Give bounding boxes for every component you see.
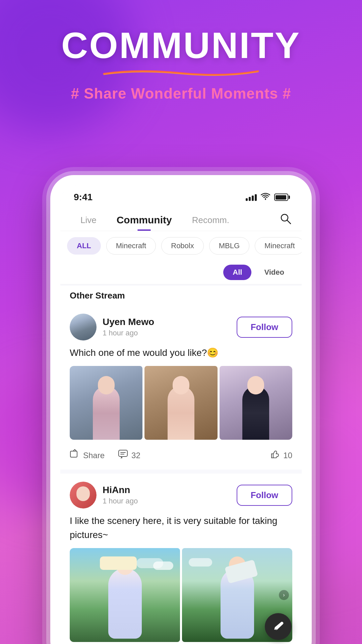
filter-bar: All Video [60, 261, 302, 284]
post-card-1: Uyen Mewo 1 hour ago Follow Which one of… [60, 306, 302, 470]
status-bar: 9:41 [60, 185, 302, 206]
post-2-image-grid: › [70, 548, 292, 642]
post-2-username: HiAnn [103, 485, 237, 495]
share-label: Share [83, 451, 105, 460]
battery-icon [274, 194, 288, 201]
post-1-footer: Share 32 [70, 446, 292, 462]
post-2-header: HiAnn 1 hour ago Follow [70, 482, 292, 508]
section-other-stream: Other Stream [60, 286, 302, 306]
like-count: 10 [283, 451, 292, 460]
svg-rect-3 [119, 450, 127, 457]
post-1-image-2 [144, 366, 217, 440]
post-1-image-3 [220, 366, 292, 440]
post-1-image-1 [70, 366, 142, 440]
chip-minecraft-1[interactable]: Minecraft [106, 237, 156, 255]
status-icons [246, 193, 288, 202]
fab-button[interactable] [265, 613, 292, 640]
filter-all[interactable]: All [223, 265, 251, 280]
wifi-icon [261, 193, 270, 202]
chip-minecraft-2[interactable]: Minecraft [255, 237, 302, 255]
post-1-text: Which one of me would you like?😊 [70, 346, 292, 360]
tab-community[interactable]: Community [107, 209, 182, 231]
category-chips: ALL Minecraft Robolx MBLG Minecraft [60, 231, 302, 261]
subtitle-text: Share Wonderful Moments [84, 85, 278, 102]
title-underline [97, 67, 265, 77]
phone-mockup: 9:41 [50, 175, 312, 644]
post-1-username: Uyen Mewo [103, 317, 237, 327]
post-2-image-1 [70, 548, 180, 642]
post-1-avatar [70, 314, 97, 340]
post-2-avatar [70, 482, 97, 508]
chip-mblg[interactable]: MBLG [209, 237, 249, 255]
post-card-2: HiAnn 1 hour ago Follow I like the scene… [60, 474, 302, 644]
phone-screen: 9:41 [60, 185, 302, 644]
chip-roblox[interactable]: Robolx [161, 237, 203, 255]
nav-tabs: Live Community Recomm... [60, 206, 302, 231]
tab-live[interactable]: Live [70, 210, 107, 230]
comment-count: 32 [131, 451, 140, 460]
like-icon [270, 449, 280, 462]
share-icon [70, 449, 80, 462]
comment-action[interactable]: 32 [118, 449, 140, 462]
header-section: COMMUNITY # Share Wonderful Moments # [0, 0, 362, 115]
svg-rect-2 [70, 451, 77, 457]
phone-container: 9:41 [50, 175, 312, 644]
post-2-text: I like the scenery here, it is very suit… [70, 514, 292, 542]
share-action[interactable]: Share [70, 449, 105, 462]
subtitle: # Share Wonderful Moments # [0, 85, 362, 102]
post-2-follow-button[interactable]: Follow [237, 485, 292, 506]
subtitle-hash-right: # [283, 85, 291, 102]
svg-line-1 [287, 220, 291, 224]
app-title: COMMUNITY [0, 27, 362, 64]
subtitle-hash-left: # [71, 85, 79, 102]
tab-recommend[interactable]: Recomm... [182, 210, 229, 230]
status-time: 9:41 [74, 192, 93, 203]
signal-icon [246, 194, 257, 201]
post-1-image-grid [70, 366, 292, 440]
post-1-time: 1 hour ago [103, 329, 237, 337]
post-2-time: 1 hour ago [103, 497, 237, 505]
like-action[interactable]: 10 [270, 449, 292, 462]
post-1-header: Uyen Mewo 1 hour ago Follow [70, 314, 292, 340]
comment-icon [118, 449, 128, 462]
post-1-follow-button[interactable]: Follow [237, 317, 292, 338]
post-1-user-info: Uyen Mewo 1 hour ago [103, 317, 237, 337]
post-2-user-info: HiAnn 1 hour ago [103, 485, 237, 505]
filter-video[interactable]: Video [255, 265, 294, 280]
search-icon[interactable] [280, 213, 292, 227]
chip-all[interactable]: ALL [67, 237, 101, 255]
svg-point-0 [281, 214, 288, 221]
